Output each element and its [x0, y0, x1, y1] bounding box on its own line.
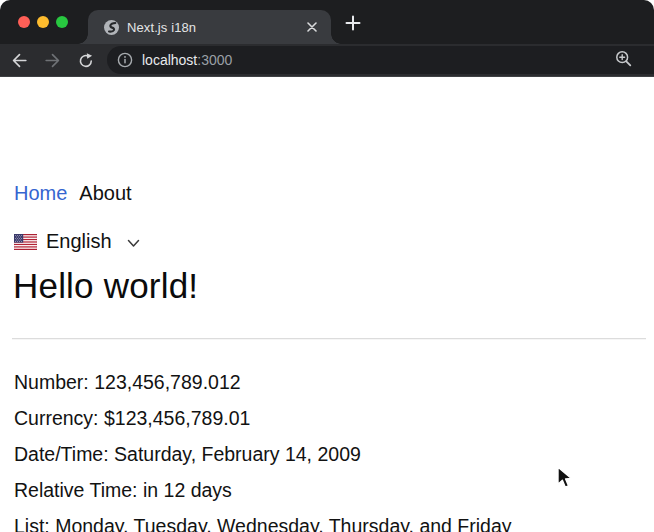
nav-link-home[interactable]: Home [14, 182, 67, 205]
us-flag-icon [14, 234, 37, 250]
globe-favicon-icon [104, 20, 119, 35]
info-icon[interactable] [117, 52, 133, 68]
browser-window: Next.js i18n [0, 0, 654, 532]
browser-tab[interactable]: Next.js i18n [88, 10, 331, 44]
tab-strip: Next.js i18n [0, 0, 654, 44]
new-tab-button[interactable] [340, 10, 366, 36]
back-arrow-icon [10, 51, 29, 70]
url-port: :3000 [197, 52, 232, 68]
magnifier-plus-icon[interactable] [615, 50, 632, 67]
datetime-line: Date/Time: Saturday, February 14, 2009 [14, 443, 361, 466]
tab-title: Next.js i18n [127, 20, 303, 35]
address-bar[interactable]: localhost :3000 [107, 46, 654, 74]
reload-icon [77, 52, 95, 70]
forward-button[interactable] [39, 47, 66, 74]
chevron-down-icon [127, 239, 140, 248]
window-minimize-button[interactable] [37, 16, 49, 28]
currency-line: Currency: $123,456,789.01 [14, 407, 250, 430]
site-nav: Home About [14, 182, 132, 205]
browser-toolbar: localhost :3000 [0, 44, 654, 77]
page-title: Hello world! [13, 266, 198, 306]
page-content: Home About [0, 77, 654, 532]
tab-close-icon[interactable] [303, 18, 321, 36]
forward-arrow-icon [43, 51, 62, 70]
nav-link-about[interactable]: About [79, 182, 131, 205]
number-line: Number: 123,456,789.012 [14, 371, 241, 394]
window-zoom-button[interactable] [56, 16, 68, 28]
list-line: List: Monday, Tuesday, Wednesday, Thursd… [14, 515, 512, 532]
back-button[interactable] [6, 47, 33, 74]
url-host: localhost [142, 52, 197, 68]
locale-switcher[interactable]: English [14, 230, 140, 253]
reload-button[interactable] [72, 47, 99, 74]
plus-icon [345, 15, 361, 31]
locale-label: English [46, 230, 112, 253]
divider [12, 338, 646, 340]
relative-time-line: Relative Time: in 12 days [14, 479, 232, 502]
window-close-button[interactable] [18, 16, 30, 28]
